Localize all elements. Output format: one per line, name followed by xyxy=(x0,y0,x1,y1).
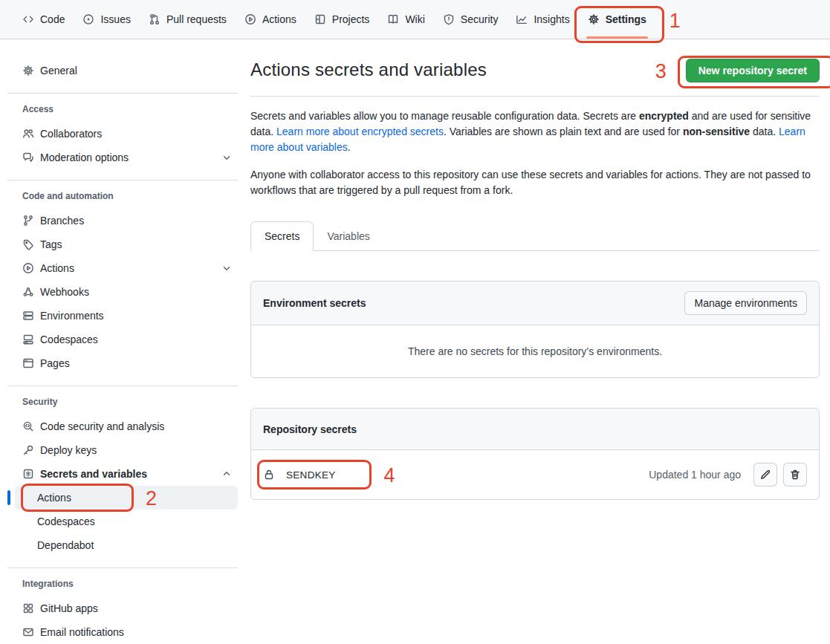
secret-updated-timestamp: Updated 1 hour ago xyxy=(649,469,741,481)
people-icon xyxy=(22,128,34,140)
annotation-label-2: 2 xyxy=(146,489,157,509)
main-content: Actions secrets and variables New reposi… xyxy=(250,39,820,500)
tab-security[interactable]: Security xyxy=(435,0,506,39)
sidebar-subitem-codespaces[interactable]: Codespaces xyxy=(15,510,238,533)
project-board-icon xyxy=(314,13,326,25)
codespaces-icon xyxy=(22,334,34,345)
tab-wiki[interactable]: Wiki xyxy=(380,0,432,39)
page-header: Actions secrets and variables New reposi… xyxy=(250,59,820,97)
book-icon xyxy=(387,13,399,25)
tab-code-label: Code xyxy=(40,13,65,25)
tab-projects[interactable]: Projects xyxy=(307,0,377,39)
environment-secrets-card: Environment secrets Manage environments … xyxy=(250,281,820,378)
secret-name: SENDKEY xyxy=(286,469,336,481)
sidebar-item-label: Deploy keys xyxy=(40,444,97,456)
sidebar-item-pages[interactable]: Pages xyxy=(7,351,238,375)
git-branch-icon xyxy=(22,215,34,227)
sidebar-item-label: General xyxy=(40,65,77,77)
tab-actions[interactable]: Actions xyxy=(237,0,304,39)
key-asterisk-icon xyxy=(22,468,34,480)
sidebar-item-secrets-and-variables[interactable]: Secrets and variables xyxy=(7,462,238,486)
sidebar-divider xyxy=(7,386,238,386)
sidebar-subitem-label: Codespaces xyxy=(37,515,95,527)
sidebar-divider xyxy=(7,93,238,94)
tab-pull-requests[interactable]: Pull requests xyxy=(141,0,234,39)
sidebar-item-label: Webhooks xyxy=(40,286,89,298)
lock-icon xyxy=(263,469,275,481)
sidebar-item-label: Environments xyxy=(40,310,104,322)
secrets-description: Secrets and variables allow you to manag… xyxy=(250,108,820,155)
secret-identifier: SENDKEY 4 xyxy=(263,469,336,481)
manage-environments-button[interactable]: Manage environments xyxy=(684,291,807,315)
sidebar-subitem-dependabot[interactable]: Dependabot xyxy=(15,533,238,557)
sidebar-subitem-actions[interactable]: Actions 2 xyxy=(15,486,238,510)
collaborator-access-note: Anyone with collaborator access to this … xyxy=(250,167,820,198)
sidebar-item-codespaces[interactable]: Codespaces xyxy=(7,328,238,351)
sidebar-item-label: Pages xyxy=(40,357,70,369)
tab-settings[interactable]: Settings 1 xyxy=(580,0,654,39)
sidebar-item-label: Actions xyxy=(40,262,74,274)
sidebar-item-label: Code security and analysis xyxy=(40,420,164,432)
server-icon xyxy=(22,310,34,322)
sidebar-item-general[interactable]: General xyxy=(7,59,238,82)
tab-code[interactable]: Code xyxy=(15,0,72,39)
edit-secret-button[interactable] xyxy=(753,463,777,487)
sidebar-item-code-security[interactable]: Code security and analysis xyxy=(7,414,238,438)
annotation-label-4: 4 xyxy=(384,466,395,486)
sidebar-item-label: Tags xyxy=(40,238,62,250)
sidebar-item-label: GitHub apps xyxy=(40,602,98,614)
codescan-icon xyxy=(22,420,34,432)
shield-icon xyxy=(443,13,455,25)
delete-secret-button[interactable] xyxy=(783,463,807,487)
sidebar-item-deploy-keys[interactable]: Deploy keys xyxy=(7,438,238,462)
code-icon xyxy=(22,13,34,25)
sidebar-item-branches[interactable]: Branches xyxy=(7,209,238,232)
sidebar-item-moderation-options[interactable]: Moderation options xyxy=(7,146,238,169)
sidebar-item-webhooks[interactable]: Webhooks xyxy=(7,280,238,304)
tab-pull-requests-label: Pull requests xyxy=(166,13,227,25)
chevron-down-icon xyxy=(221,263,232,273)
chevron-down-icon xyxy=(221,152,232,163)
play-icon xyxy=(244,13,256,25)
sidebar-item-label: Email notifications xyxy=(40,626,124,638)
sidebar-item-label: Collaborators xyxy=(40,128,102,140)
issue-icon xyxy=(82,13,94,25)
annotation-label-1: 1 xyxy=(669,11,681,31)
sidebar-divider xyxy=(7,567,238,568)
sidebar-item-environments[interactable]: Environments xyxy=(7,304,238,328)
sidebar-item-label: Secrets and variables xyxy=(40,468,147,480)
graph-icon xyxy=(516,13,528,25)
repository-secrets-title: Repository secrets xyxy=(263,423,357,435)
new-repository-secret-label: New repository secret xyxy=(698,65,807,77)
tab-secrets[interactable]: Secrets xyxy=(250,221,314,251)
tab-variables-label: Variables xyxy=(327,230,369,242)
sidebar-item-actions[interactable]: Actions xyxy=(7,256,238,280)
tab-actions-label: Actions xyxy=(262,13,296,25)
manage-environments-label: Manage environments xyxy=(694,297,797,309)
sidebar-section-code-and-automation: Code and automation xyxy=(7,191,238,201)
sidebar-section-security: Security xyxy=(7,397,238,407)
tab-issues[interactable]: Issues xyxy=(75,0,137,39)
repository-secrets-card: Repository secrets SENDKEY 4 Updated 1 h… xyxy=(250,408,820,500)
annotation-label-3: 3 xyxy=(655,62,667,82)
new-repository-secret-button[interactable]: New repository secret 3 xyxy=(686,59,820,82)
secrets-variables-tabs: Secrets Variables xyxy=(250,221,820,251)
environment-secrets-empty-text: There are no secrets for this repository… xyxy=(251,325,819,377)
secret-row: SENDKEY 4 Updated 1 hour ago xyxy=(251,450,819,499)
repository-secrets-header: Repository secrets xyxy=(251,409,819,450)
tab-issues-label: Issues xyxy=(100,13,130,25)
environment-secrets-title: Environment secrets xyxy=(263,297,366,309)
tab-insights[interactable]: Insights xyxy=(508,0,577,39)
tab-security-label: Security xyxy=(461,13,499,25)
browser-icon xyxy=(22,357,34,369)
sidebar-item-tags[interactable]: Tags xyxy=(7,232,238,256)
tab-variables[interactable]: Variables xyxy=(314,221,383,251)
play-icon xyxy=(22,262,34,274)
sidebar-item-github-apps[interactable]: GitHub apps xyxy=(7,596,238,620)
gear-icon xyxy=(588,13,600,25)
sidebar-item-email-notifications[interactable]: Email notifications xyxy=(7,620,238,644)
sidebar-item-collaborators[interactable]: Collaborators xyxy=(7,122,238,146)
sidebar-section-access: Access xyxy=(7,104,238,114)
sidebar-section-integrations: Integrations xyxy=(7,579,238,589)
mail-icon xyxy=(22,626,34,638)
